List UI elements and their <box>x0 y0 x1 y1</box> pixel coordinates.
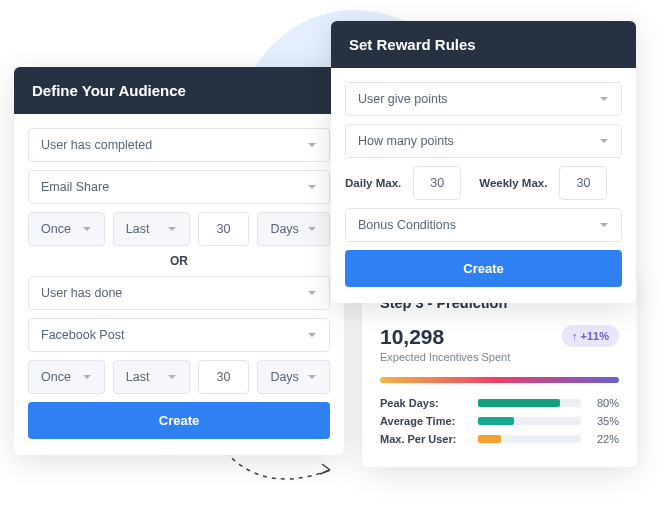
condition-select[interactable]: User has done <box>28 276 330 310</box>
unit-select[interactable]: Days <box>257 360 330 394</box>
prediction-value: 10,298 <box>380 325 510 349</box>
event-select[interactable]: Facebook Post <box>28 318 330 352</box>
stat-bar <box>478 417 581 425</box>
chevron-down-icon <box>167 372 177 382</box>
chevron-down-icon <box>599 94 609 104</box>
stat-row: Peak Days:80% <box>380 397 619 409</box>
chevron-down-icon <box>167 224 177 234</box>
event-select[interactable]: Email Share <box>28 170 330 204</box>
weekly-max-input[interactable]: 30 <box>559 166 607 200</box>
define-audience-card: Define Your Audience User has completed … <box>14 67 344 455</box>
chevron-down-icon <box>82 372 92 382</box>
action-value: User give points <box>358 92 448 106</box>
action-select[interactable]: User give points <box>345 82 622 116</box>
stat-label: Average Time: <box>380 415 470 427</box>
stat-percent: 80% <box>589 397 619 409</box>
event-value: Facebook Post <box>41 328 124 342</box>
count-input[interactable]: 30 <box>198 360 250 394</box>
stat-fill <box>478 435 501 443</box>
daily-max-input[interactable]: 30 <box>413 166 461 200</box>
chevron-down-icon <box>307 288 317 298</box>
set-reward-rules-card: Set Reward Rules User give points How ma… <box>331 21 636 303</box>
stat-label: Max. Per User: <box>380 433 470 445</box>
or-separator: OR <box>28 254 330 268</box>
chevron-down-icon <box>307 140 317 150</box>
delta-badge: ↑ +11% <box>562 325 619 347</box>
chevron-down-icon <box>599 220 609 230</box>
chevron-down-icon <box>307 182 317 192</box>
condition-value: User has done <box>41 286 122 300</box>
prediction-subtitle: Expected Incentives Spent <box>380 351 510 363</box>
frequency-select[interactable]: Once <box>28 212 105 246</box>
period-select[interactable]: Last <box>113 212 190 246</box>
stat-bar <box>478 399 581 407</box>
event-value: Email Share <box>41 180 109 194</box>
stat-row: Average Time:35% <box>380 415 619 427</box>
chevron-down-icon <box>82 224 92 234</box>
stat-bar <box>478 435 581 443</box>
frequency-value: Once <box>41 222 71 236</box>
amount-select[interactable]: How many points <box>345 124 622 158</box>
bonus-select[interactable]: Bonus Conditions <box>345 208 622 242</box>
create-button[interactable]: Create <box>345 250 622 287</box>
frequency-value: Once <box>41 370 71 384</box>
daily-max-label: Daily Max. <box>345 177 401 189</box>
prediction-card: Step 3 - Prediction 10,298 Expected Ince… <box>362 277 637 467</box>
chevron-down-icon <box>307 372 317 382</box>
condition-value: User has completed <box>41 138 152 152</box>
frequency-select[interactable]: Once <box>28 360 105 394</box>
condition-select[interactable]: User has completed <box>28 128 330 162</box>
stat-row: Max. Per User:22% <box>380 433 619 445</box>
delta-value: +11% <box>581 330 609 342</box>
unit-select[interactable]: Days <box>257 212 330 246</box>
card-title: Define Your Audience <box>14 67 344 114</box>
amount-value: How many points <box>358 134 454 148</box>
stat-label: Peak Days: <box>380 397 470 409</box>
weekly-max-label: Weekly Max. <box>479 177 547 189</box>
create-button[interactable]: Create <box>28 402 330 439</box>
stat-percent: 22% <box>589 433 619 445</box>
stat-fill <box>478 399 560 407</box>
stat-percent: 35% <box>589 415 619 427</box>
unit-value: Days <box>270 370 298 384</box>
period-select[interactable]: Last <box>113 360 190 394</box>
arrow-up-icon: ↑ <box>572 330 578 342</box>
card-title: Set Reward Rules <box>331 21 636 68</box>
chevron-down-icon <box>599 136 609 146</box>
chevron-down-icon <box>307 330 317 340</box>
gradient-bar <box>380 377 619 383</box>
bonus-value: Bonus Conditions <box>358 218 456 232</box>
count-input[interactable]: 30 <box>198 212 250 246</box>
chevron-down-icon <box>307 224 317 234</box>
stat-fill <box>478 417 514 425</box>
period-value: Last <box>126 222 150 236</box>
period-value: Last <box>126 370 150 384</box>
unit-value: Days <box>270 222 298 236</box>
